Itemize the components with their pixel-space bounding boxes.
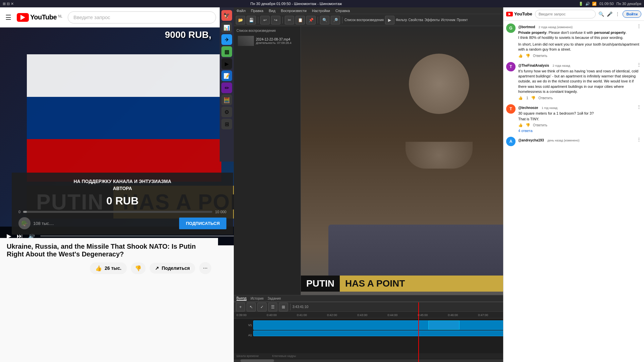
toolbar-paste[interactable]: 📌 (306, 16, 316, 24)
timeline-add[interactable]: + (236, 303, 245, 311)
sidebar-icon-telegram[interactable]: ✈ (221, 34, 232, 45)
bottom-tab-history[interactable]: История (251, 297, 264, 300)
sidebar-icon-analytics[interactable]: 📊 (221, 22, 232, 33)
menu-edit[interactable]: Правка (251, 9, 263, 13)
sidebar-icon-edit[interactable]: ✏ (221, 82, 232, 93)
file-item-1[interactable]: 2024-12-22-08-37.mp4 Длительность: 07:09… (236, 35, 298, 47)
timeline-sep (290, 304, 290, 310)
sign-in-button[interactable]: Войти (623, 10, 641, 18)
toolbar-label-project: Проект (457, 18, 468, 22)
timeline-grid[interactable]: ⊞ (279, 303, 288, 311)
channel-avatar: 🪖 (18, 217, 31, 229)
comment-actions-3: 👍 👎 Ответить (518, 123, 641, 127)
like-icon-3[interactable]: 👍 (518, 123, 523, 127)
toolbar-redo[interactable]: ↪ (271, 16, 280, 24)
more-icon: ··· (203, 265, 207, 271)
dislike-icon-3[interactable]: 👎 (526, 123, 530, 127)
comment-highlight-2: personal property (594, 31, 626, 35)
reply-btn-1[interactable]: Ответить (533, 54, 547, 58)
comment-actions-2: 👍 1 👎 Ответить (518, 96, 641, 100)
person-head (409, 54, 469, 114)
yt-search-mini[interactable] (535, 10, 596, 18)
replies-link-3[interactable]: 4 ответа (518, 129, 641, 133)
bottom-tab-output[interactable]: Выход (236, 296, 247, 301)
youtube-browser-overlay: YouTube 🔍 🎤 ⋮ Войти G @bortmod 2 года на… (503, 7, 644, 362)
toolbar-sep3 (318, 17, 318, 23)
yt-mini-play (508, 13, 511, 15)
comment-more-3[interactable]: ⋮ (637, 104, 641, 110)
bottom-tab-tasks[interactable]: Задания (268, 297, 281, 300)
toolbar-zoom-out[interactable]: 🔎 (331, 16, 340, 24)
toolbar-label-encode: Список воспроизведения (344, 18, 384, 22)
sidebar-icon-grid[interactable]: ⊞ (221, 119, 232, 129)
toolbar-save[interactable]: 💾 (247, 16, 256, 24)
toolbar-sep1 (258, 17, 258, 23)
comment-username-3[interactable]: @technooze (518, 106, 538, 110)
timeline-cut-tool[interactable]: ✓ (257, 303, 267, 311)
ruler-mark-6: 0:44:00 (387, 313, 397, 317)
comment-item-2: T @TheFinalAnalysis 2 года назад It's fu… (506, 62, 641, 100)
timeline-select[interactable]: ↖ (247, 303, 256, 311)
subscribe-button[interactable]: ПОДПИСАТЬСЯ (179, 218, 226, 229)
sidebar-icon-green[interactable]: ▩ (221, 46, 232, 57)
files-title: Список воспроизведения (236, 29, 298, 33)
scale-label: Шкала времени (236, 354, 259, 358)
track-v1-label: V1 (235, 323, 252, 327)
file-name: 2024-12-22-08-37.mp4 (256, 38, 291, 41)
dislike-button[interactable]: 👎 (131, 262, 146, 274)
comment-highlight-1: Private property (518, 31, 546, 35)
toolbar-cut[interactable]: ✂ (285, 16, 294, 24)
yt-mic-icon[interactable]: 🎤 (607, 11, 612, 17)
menu-settings[interactable]: Настройки (312, 9, 330, 13)
file-thumbnail (238, 36, 254, 46)
toolbar-undo[interactable]: ↩ (260, 16, 270, 24)
menu-play[interactable]: Воспроизвести (281, 9, 307, 13)
reply-btn-2[interactable]: Ответить (538, 96, 553, 100)
toolbar-zoom-in[interactable]: 🔍 (320, 16, 329, 24)
reply-btn-3[interactable]: Ответить (533, 123, 547, 127)
yt-search-icon-mini[interactable]: 🔍 (598, 11, 604, 17)
thumb-down-icon: 👎 (135, 265, 142, 271)
toolbar-open[interactable]: 📂 (236, 16, 245, 24)
comment-username-1[interactable]: @bortmod (518, 25, 535, 29)
file-info: 2024-12-22-08-37.mp4 Длительность: 07:09… (256, 38, 291, 45)
comment-text-3: 30 square meters for a 1 bedroom? 1ой fo… (518, 111, 641, 116)
sidebar-icon-terminal[interactable]: ▶ (221, 58, 232, 69)
dislike-icon-2[interactable]: 👎 (531, 96, 536, 100)
share-button[interactable]: ↗ Поделиться (150, 263, 195, 274)
comment-more-1[interactable]: ⋮ (637, 23, 641, 29)
timeline-scroll-thumb[interactable] (240, 359, 274, 362)
youtube-text: YouTube (30, 13, 57, 21)
menu-view[interactable]: Вид (269, 9, 275, 13)
sidebar-icon-settings[interactable]: ⚙ (221, 107, 232, 117)
comment-text-1b: In short, Lenin did not want you to shar… (518, 42, 641, 52)
editor-files-panel: Список воспроизведения 2024-12-22-08-37.… (234, 26, 301, 302)
comment-username-2[interactable]: @TheFinalAnalysis (518, 64, 549, 67)
track-v1-clip-selected (428, 320, 460, 330)
play-triangle (20, 15, 25, 20)
toolbar-copy[interactable]: 📋 (296, 16, 305, 24)
timeline-lift[interactable]: ☰ (268, 303, 277, 311)
more-actions-button[interactable]: ··· (199, 262, 211, 274)
toolbar-encode[interactable]: ▶ (385, 16, 394, 24)
yt-mini-icon (506, 12, 513, 16)
donation-progress-bar (23, 211, 212, 213)
sidebar-icon-notes[interactable]: 📝 (221, 70, 232, 81)
yt-more-icon[interactable]: ⋮ (615, 11, 620, 17)
comment-body-3: @technooze 1 год назад 30 square meters … (518, 104, 641, 133)
sidebar-icon-calc[interactable]: 🧮 (221, 95, 232, 105)
like-button[interactable]: 👍 26 тыс. (90, 262, 127, 274)
like-icon-2[interactable]: 👍 (518, 96, 523, 100)
comment-more-4[interactable]: ⋮ (637, 137, 641, 142)
dislike-icon-1[interactable]: 👎 (526, 54, 530, 58)
comment-username-4[interactable]: @andreycha193 (518, 138, 544, 142)
sidebar-icon-browser[interactable]: 🦅 (221, 10, 232, 21)
share-label: Поделиться (162, 265, 190, 271)
menu-file[interactable]: Файл (236, 9, 246, 13)
menu-help[interactable]: Справка (335, 9, 350, 13)
like-icon-1[interactable]: 👍 (518, 54, 523, 58)
search-bar[interactable]: Введите запрос (68, 11, 216, 23)
menu-icon[interactable]: ☰ (5, 13, 11, 21)
comment-more-2[interactable]: ⋮ (637, 62, 641, 67)
donation-display: 0 RUB (18, 195, 226, 207)
